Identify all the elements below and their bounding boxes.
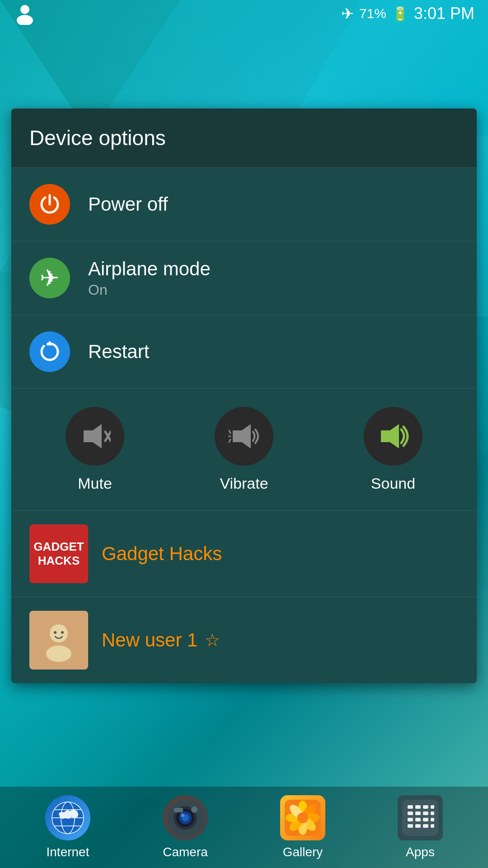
svg-rect-56	[423, 811, 428, 815]
svg-rect-51	[415, 805, 421, 809]
svg-marker-16	[233, 424, 251, 448]
new-user-1-name: New user 1	[102, 629, 197, 651]
gallery-icon	[280, 795, 325, 840]
status-bar: ✈ 71% 🔋 3:01 PM	[0, 0, 488, 27]
restart-button[interactable]: Restart	[11, 315, 477, 389]
airplane-mode-button[interactable]: ✈ Airplane mode On	[11, 241, 477, 315]
new-user-1-avatar	[29, 611, 88, 670]
vibrate-label: Vibrate	[220, 475, 268, 492]
mute-label: Mute	[78, 475, 112, 492]
svg-point-11	[17, 15, 33, 25]
mute-button[interactable]: Mute	[66, 407, 124, 492]
svg-point-24	[61, 631, 64, 634]
camera-icon	[163, 795, 208, 840]
power-off-text: Power off	[88, 193, 168, 215]
svg-point-38	[181, 813, 184, 817]
power-off-icon	[29, 184, 70, 225]
new-user-1-star: ☆	[205, 630, 220, 650]
svg-rect-62	[408, 824, 413, 828]
status-right: ✈ 71% 🔋 3:01 PM	[341, 4, 474, 23]
svg-rect-55	[415, 811, 421, 815]
sound-label: Sound	[371, 475, 415, 492]
battery-percent: 71%	[359, 6, 386, 21]
bottom-dock: Internet Camera	[0, 787, 488, 868]
svg-rect-65	[431, 824, 434, 828]
airplane-mode-icon: ✈	[341, 5, 354, 23]
device-options-dialog: Device options Power off ✈ Airplane mode…	[11, 108, 477, 683]
svg-point-22	[46, 646, 71, 662]
airplane-mode-text: Airplane mode On	[88, 258, 211, 298]
user-icon	[14, 2, 36, 25]
gadget-hacks-user-item[interactable]: GADGETHACKS Gadget Hacks	[11, 511, 477, 597]
svg-rect-60	[423, 818, 428, 821]
svg-rect-58	[408, 818, 413, 821]
mute-icon	[66, 407, 124, 466]
svg-rect-63	[415, 824, 421, 828]
status-time: 3:01 PM	[414, 4, 474, 23]
svg-point-23	[54, 631, 56, 634]
power-off-button[interactable]: Power off	[11, 168, 477, 241]
new-user-1-item[interactable]: New user 1 ☆	[11, 597, 477, 683]
svg-point-36	[191, 807, 197, 813]
restart-icon	[29, 331, 70, 372]
svg-rect-53	[431, 805, 434, 809]
camera-label: Camera	[163, 845, 208, 859]
svg-rect-54	[408, 811, 413, 815]
airplane-mode-icon: ✈	[29, 258, 70, 298]
gallery-label: Gallery	[283, 845, 323, 859]
dialog-title: Device options	[11, 108, 477, 168]
camera-dock-item[interactable]: Camera	[163, 795, 208, 859]
svg-marker-20	[381, 424, 399, 448]
status-left	[14, 2, 36, 25]
restart-text: Restart	[88, 341, 149, 363]
vibrate-button[interactable]: Vibrate	[215, 407, 273, 492]
internet-icon	[45, 795, 90, 840]
gallery-dock-item[interactable]: Gallery	[280, 795, 325, 859]
svg-rect-50	[408, 805, 413, 809]
new-user-1-name-row: New user 1 ☆	[102, 629, 220, 651]
svg-rect-37	[174, 808, 183, 812]
svg-rect-52	[423, 805, 428, 809]
svg-rect-57	[431, 811, 434, 815]
apps-icon	[398, 795, 443, 840]
svg-rect-64	[423, 824, 428, 828]
apps-dock-item[interactable]: Apps	[398, 795, 443, 859]
svg-marker-13	[84, 424, 102, 448]
gadget-hacks-name: Gadget Hacks	[102, 543, 222, 565]
gadget-hacks-avatar: GADGETHACKS	[29, 524, 88, 583]
svg-line-17	[229, 430, 230, 433]
sound-icon	[364, 407, 422, 466]
svg-rect-61	[431, 818, 434, 821]
svg-rect-59	[415, 818, 421, 821]
internet-label: Internet	[47, 845, 89, 859]
svg-point-48	[297, 812, 308, 823]
svg-line-19	[229, 439, 230, 442]
apps-label: Apps	[406, 845, 435, 859]
battery-icon: 🔋	[392, 6, 408, 22]
vibrate-icon	[215, 407, 273, 466]
sound-button[interactable]: Sound	[364, 407, 422, 492]
svg-point-10	[20, 5, 29, 14]
internet-dock-item[interactable]: Internet	[45, 795, 90, 859]
sound-mode-row: Mute Vibrate	[11, 389, 477, 511]
svg-point-21	[50, 624, 68, 642]
